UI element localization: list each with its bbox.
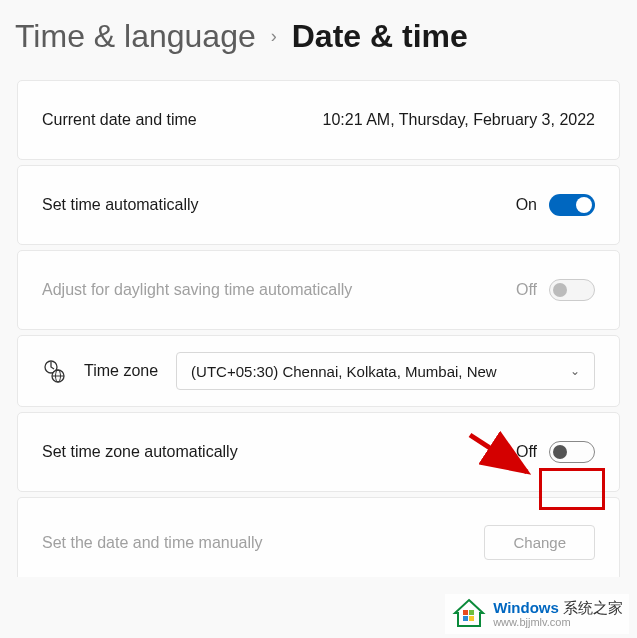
timezone-selected: (UTC+05:30) Chennai, Kolkata, Mumbai, Ne…: [191, 363, 562, 380]
watermark-url: www.bjjmlv.com: [493, 616, 623, 628]
page-title: Date & time: [292, 18, 468, 55]
set-timezone-auto-card: Set time zone automatically Off: [17, 412, 620, 492]
daylight-saving-state: Off: [516, 281, 537, 299]
set-timezone-auto-state: Off: [516, 443, 537, 461]
set-time-auto-card: Set time automatically On: [17, 165, 620, 245]
set-time-auto-label: Set time automatically: [42, 196, 199, 214]
set-timezone-auto-toggle-group: Off: [516, 441, 595, 463]
svg-rect-7: [463, 610, 468, 615]
svg-rect-9: [463, 616, 468, 621]
house-icon: [451, 596, 487, 632]
change-button: Change: [484, 525, 595, 560]
chevron-right-icon: ›: [271, 26, 277, 47]
svg-rect-8: [469, 610, 474, 615]
watermark: Windows 系统之家 www.bjjmlv.com: [445, 594, 629, 634]
globe-clock-icon: [42, 359, 66, 383]
daylight-saving-card: Adjust for daylight saving time automati…: [17, 250, 620, 330]
current-datetime-label: Current date and time: [42, 111, 197, 129]
set-timezone-auto-label: Set time zone automatically: [42, 443, 238, 461]
watermark-brand: Windows 系统之家: [493, 600, 623, 617]
breadcrumb-back-link[interactable]: Time & language: [15, 18, 256, 55]
daylight-saving-toggle: [549, 279, 595, 301]
daylight-saving-toggle-group: Off: [516, 279, 595, 301]
set-time-auto-toggle-group: On: [516, 194, 595, 216]
svg-rect-10: [469, 616, 474, 621]
current-datetime-card: Current date and time 10:21 AM, Thursday…: [17, 80, 620, 160]
timezone-label: Time zone: [84, 362, 158, 380]
set-timezone-auto-toggle[interactable]: [549, 441, 595, 463]
set-time-auto-toggle[interactable]: [549, 194, 595, 216]
breadcrumb: Time & language › Date & time: [0, 0, 637, 80]
timezone-card: Time zone (UTC+05:30) Chennai, Kolkata, …: [17, 335, 620, 407]
current-datetime-value: 10:21 AM, Thursday, February 3, 2022: [323, 111, 595, 129]
set-manually-card: Set the date and time manually Change: [17, 497, 620, 577]
daylight-saving-label: Adjust for daylight saving time automati…: [42, 281, 352, 299]
set-time-auto-state: On: [516, 196, 537, 214]
chevron-down-icon: ⌄: [570, 364, 580, 378]
set-manually-label: Set the date and time manually: [42, 534, 263, 552]
timezone-dropdown[interactable]: (UTC+05:30) Chennai, Kolkata, Mumbai, Ne…: [176, 352, 595, 390]
